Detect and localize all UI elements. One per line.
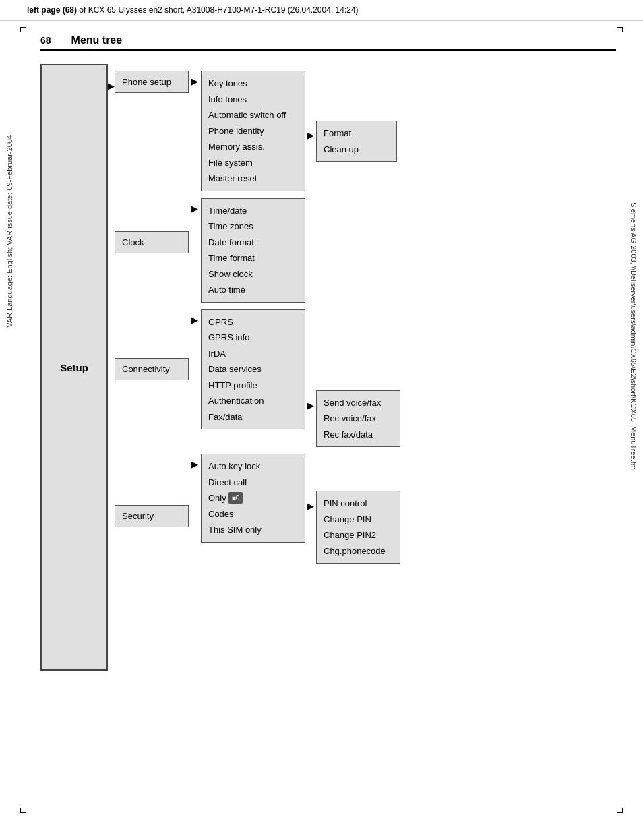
list-item: Auto key lock — [208, 458, 298, 475]
level1-col: Setup — [40, 64, 108, 671]
arrow-icon-sec: ▶ — [191, 459, 198, 469]
list-item: Change PIN — [324, 512, 393, 528]
l2-row-phone-setup: Phone setup — [115, 71, 189, 93]
list-item: Auto time — [208, 282, 298, 298]
l4-codes-area: PIN control Change PIN Change PIN2 Chg.p… — [316, 454, 400, 564]
page-title: Menu tree — [71, 34, 123, 47]
list-item-codes: Codes — [208, 506, 298, 522]
list-item: GPRS — [208, 314, 298, 330]
clock-section: ▶ Time/date Time zones Date format Time … — [189, 198, 400, 303]
corner-tr — [617, 27, 623, 32]
security-label: Security — [122, 511, 154, 521]
menu-tree: Setup ▶ Phone setup Clock — [40, 64, 616, 671]
arrow-to-l4-fax: ▶ — [305, 309, 316, 411]
list-item: Change PIN2 — [324, 527, 393, 543]
list-item: Master reset — [208, 171, 298, 187]
level2-col: Phone setup Clock Connectivity — [115, 64, 189, 527]
l2-box-clock: Clock — [115, 231, 189, 253]
list-item: Time format — [208, 250, 298, 266]
only-icon: ■0 — [228, 492, 243, 504]
list-item: Memory assis. — [208, 139, 298, 155]
page-number: 68 — [40, 35, 51, 46]
clock-label: Clock — [122, 237, 144, 247]
corner-bl — [20, 808, 26, 813]
list-item: Data services — [208, 361, 298, 378]
list-item: PIN control — [324, 496, 393, 512]
arrow-to-security: ▶ — [189, 454, 201, 475]
arrow-to-l4-format: ▶ — [305, 71, 316, 140]
header-rest: of KCX 65 Ulysses en2 short, A31008-H710… — [77, 5, 359, 15]
list-item: Clean up — [324, 142, 390, 158]
list-item: Format — [324, 125, 390, 142]
list-item: Send voice/fax — [324, 395, 393, 411]
l3-box-connectivity: GPRS GPRS info IrDA Data services HTTP p… — [201, 309, 305, 430]
l2-row-clock: Clock — [115, 231, 189, 253]
l4-format-area: Format Clean up — [316, 71, 397, 162]
header-bold: left page (68) — [27, 5, 77, 15]
arrow-to-phone-setup: ▶ — [189, 71, 201, 92]
setup-label: Setup — [60, 362, 88, 373]
list-item: Phone identity — [208, 123, 298, 140]
corner-br — [617, 808, 623, 813]
list-item: Rec voice/fax — [324, 411, 393, 427]
list-item: Automatic switch off — [208, 107, 298, 123]
arrow-icon-fax: ▶ — [307, 400, 314, 411]
list-item: IrDA — [208, 346, 298, 362]
l3-box-clock: Time/date Time zones Date format Time fo… — [201, 198, 305, 303]
corner-tl — [20, 27, 26, 32]
arrow-to-connectivity: ▶ — [189, 309, 201, 330]
list-item: Time/date — [208, 203, 298, 219]
l4-box-codes: PIN control Change PIN Change PIN2 Chg.p… — [316, 491, 400, 564]
arrow-icon-conn: ▶ — [191, 315, 198, 325]
list-item: Key tones — [208, 76, 298, 92]
list-item: Time zones — [208, 218, 298, 235]
list-item: Chg.phonecode — [324, 543, 393, 560]
l2-box-connectivity: Connectivity — [115, 358, 189, 380]
l3-box-security: Auto key lock Direct call Only ■0 Codes … — [201, 454, 305, 543]
list-item: This SIM only — [208, 522, 298, 538]
arrow-icon-codes: ▶ — [307, 501, 314, 511]
l4-box-fax: Send voice/fax Rec voice/fax Rec fax/dat… — [316, 390, 400, 448]
side-text-right: Siemens AG 2003, \\Dellserver\users\admi… — [630, 202, 638, 470]
list-item: Direct call — [208, 475, 298, 491]
list-item: Date format — [208, 235, 298, 251]
l3-box-phone-setup: Key tones Info tones Automatic switch of… — [201, 71, 305, 191]
arrow-to-l4-codes: ▶ — [305, 454, 316, 511]
arrow-icon: ▶ — [108, 81, 115, 91]
l2-row-security: Security — [115, 505, 189, 527]
arrow-icon-format: ▶ — [307, 130, 314, 140]
list-item: Authentication — [208, 393, 298, 409]
top-bar: left page (68) of KCX 65 Ulysses en2 sho… — [0, 0, 643, 21]
l2-box-phone-setup: Phone setup — [115, 71, 189, 93]
connectivity-label: Connectivity — [122, 364, 170, 374]
main-content: 68 Menu tree Setup ▶ Phone setup — [40, 21, 616, 671]
l2-box-security: Security — [115, 505, 189, 527]
setup-box: Setup — [40, 64, 108, 671]
l4-fax-area: Send voice/fax Rec voice/fax Rec fax/dat… — [316, 309, 400, 448]
list-item: HTTP profile — [208, 378, 298, 394]
l2l3-area: ▶ Key tones Info tones Automatic switch … — [189, 64, 400, 564]
l4-box-format: Format Clean up — [316, 121, 397, 162]
connectivity-section: ▶ GPRS GPRS info IrDA Data services HTTP… — [189, 309, 400, 448]
arrow-to-clock: ▶ — [189, 198, 201, 219]
page-header: 68 Menu tree — [40, 34, 616, 51]
arrow-icon-clock: ▶ — [191, 204, 198, 214]
list-item: GPRS info — [208, 330, 298, 346]
l1-l2-arrow: ▶ — [108, 64, 115, 91]
list-item: Info tones — [208, 92, 298, 108]
arrow-icon-ps: ▶ — [191, 76, 198, 86]
page-wrapper: left page (68) of KCX 65 Ulysses en2 sho… — [0, 0, 643, 840]
l2-row-connectivity: Connectivity — [115, 358, 189, 380]
phone-setup-label: Phone setup — [122, 77, 171, 87]
list-item-faxdata: Fax/data — [208, 409, 298, 425]
list-item-only: Only ■0 — [208, 490, 298, 506]
security-section: ▶ Auto key lock Direct call Only ■0 Code… — [189, 454, 400, 564]
list-item: Rec fax/data — [324, 427, 393, 443]
phone-setup-section: ▶ Key tones Info tones Automatic switch … — [189, 71, 400, 191]
side-text-left: VAR Language: English; VAR issue date: 0… — [5, 135, 13, 328]
list-item: Show clock — [208, 266, 298, 282]
list-item-file-system: File system — [208, 155, 298, 171]
